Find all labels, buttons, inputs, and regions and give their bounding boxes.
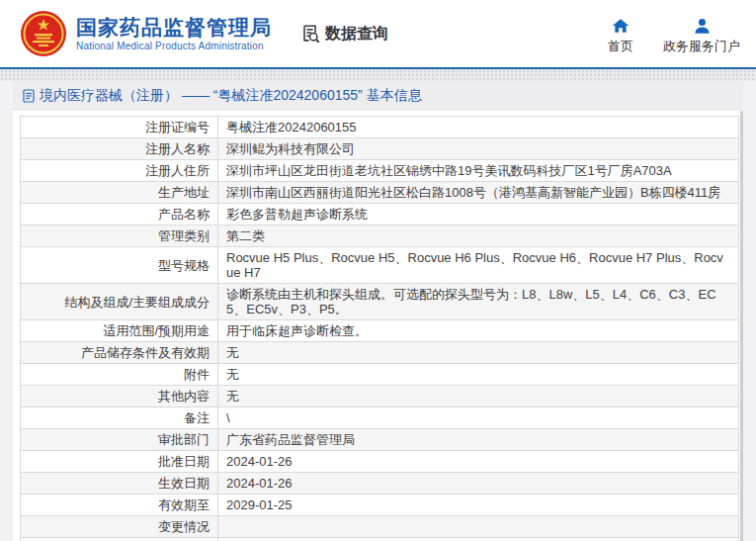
row-label: 注册人住所: [21, 160, 218, 182]
table-row: 注详情: [21, 538, 739, 541]
row-value: [218, 516, 739, 538]
table-row: 批准日期2024-01-26: [21, 451, 739, 473]
row-label: 注册人名称: [21, 138, 218, 160]
table-row: 生效日期2024-01-26: [21, 473, 739, 495]
row-value: 广东省药品监督管理局: [218, 429, 739, 451]
nav-gov-portal-label: 政务服务门户: [663, 38, 740, 55]
table-row: 其他内容无: [21, 386, 739, 407]
site-title: 国家药品监督管理局: [76, 16, 272, 40]
site-logo[interactable]: 国家药品监督管理局 National Medical Products Admi…: [20, 10, 272, 57]
table-row: 注册人住所深圳市坪山区龙田街道老坑社区锦绣中路19号美讯数码科技厂区1号厂房A7…: [21, 160, 739, 182]
row-label: 适用范围/预期用途: [21, 320, 218, 342]
document-search-icon: [299, 23, 321, 45]
row-label: 型号规格: [21, 247, 218, 284]
site-subtitle: National Medical Products Administration: [76, 40, 272, 52]
row-value: 诊断系统由主机和探头组成。可选配的探头型号为：L8、L8w、L5、L4、C6、C…: [218, 284, 739, 320]
row-label: 产品储存条件及有效期: [21, 342, 218, 364]
table-row: 结构及组成/主要组成成分诊断系统由主机和探头组成。可选配的探头型号为：L8、L8…: [21, 284, 739, 320]
page-title: 境内医疗器械（注册） —— “粤械注准20242060155” 基本信息: [40, 87, 422, 105]
row-value: 用于临床超声诊断检查。: [218, 320, 739, 342]
row-label: 批准日期: [21, 451, 218, 473]
home-icon: [612, 18, 630, 34]
row-value: 深圳市南山区西丽街道阳光社区松白路1008号（港鸿基高新智能产业园）B栋四楼41…: [218, 182, 739, 204]
panel-scrollbar[interactable]: [740, 111, 743, 541]
content-panel: 境内医疗器械（注册） —— “粤械注准20242060155” 基本信息 注册证…: [13, 81, 743, 541]
row-value: 2029-01-25: [218, 495, 739, 516]
row-label: 注: [21, 538, 218, 541]
table-row: 管理类别第二类: [21, 225, 739, 247]
row-label: 生产地址: [21, 182, 218, 204]
data-query-label: 数据查询: [325, 24, 388, 45]
row-label: 有效期至: [21, 495, 218, 516]
row-value: 第二类: [218, 225, 739, 247]
texture-band: [0, 69, 756, 81]
row-value: 粤械注准20242060155: [218, 117, 739, 138]
site-header: 国家药品监督管理局 National Medical Products Admi…: [0, 0, 756, 69]
row-label: 生效日期: [21, 473, 218, 495]
table-row: 产品储存条件及有效期无: [21, 342, 739, 364]
table-row: 附件无: [21, 364, 739, 386]
row-value: 详情: [218, 538, 739, 541]
row-label: 附件: [21, 364, 218, 386]
info-table: 注册证编号粤械注准20242060155注册人名称深圳鲲为科技有限公司注册人住所…: [20, 116, 739, 541]
table-row: 有效期至2029-01-25: [21, 495, 739, 516]
table-row: 产品名称彩色多普勒超声诊断系统: [21, 204, 739, 225]
table-row: 注册证编号粤械注准20242060155: [21, 117, 739, 138]
user-icon: [694, 18, 711, 34]
national-emblem-icon: [20, 10, 67, 57]
table-row: 审批部门广东省药品监督管理局: [21, 429, 739, 451]
table-row: 备注\: [21, 407, 739, 429]
table-row: 变更情况: [21, 516, 739, 538]
row-value: Rocvue H5 Plus、Rocvue H5、Rocvue H6 Plus、…: [218, 247, 739, 284]
row-label: 变更情况: [21, 516, 218, 538]
row-value: 2024-01-26: [218, 451, 739, 473]
nav-home[interactable]: 首页: [604, 18, 637, 55]
table-row: 适用范围/预期用途用于临床超声诊断检查。: [21, 320, 739, 342]
table-row: 生产地址深圳市南山区西丽街道阳光社区松白路1008号（港鸿基高新智能产业园）B栋…: [21, 182, 739, 204]
row-label: 产品名称: [21, 204, 218, 225]
row-value: 无: [218, 386, 739, 407]
row-value: 深圳市坪山区龙田街道老坑社区锦绣中路19号美讯数码科技厂区1号厂房A703A: [218, 160, 739, 182]
page-titlebar: 境内医疗器械（注册） —— “粤械注准20242060155” 基本信息: [13, 81, 743, 111]
row-value: 深圳鲲为科技有限公司: [218, 138, 739, 160]
row-value: \: [218, 407, 739, 429]
table-row: 型号规格Rocvue H5 Plus、Rocvue H5、Rocvue H6 P…: [21, 247, 739, 284]
row-label: 结构及组成/主要组成成分: [21, 284, 218, 320]
document-icon: [23, 89, 35, 103]
row-label: 备注: [21, 407, 218, 429]
row-value: 无: [218, 364, 739, 386]
row-value: 彩色多普勒超声诊断系统: [218, 204, 739, 225]
nav-gov-portal[interactable]: 政务服务门户: [663, 18, 740, 55]
info-table-body: 注册证编号粤械注准20242060155注册人名称深圳鲲为科技有限公司注册人住所…: [21, 117, 739, 541]
row-label: 管理类别: [21, 225, 218, 247]
row-value: 无: [218, 342, 739, 364]
row-value: 2024-01-26: [218, 473, 739, 495]
row-label: 其他内容: [21, 386, 218, 407]
row-label: 审批部门: [21, 429, 218, 451]
table-row: 注册人名称深圳鲲为科技有限公司: [21, 138, 739, 160]
row-label: 注册证编号: [21, 117, 218, 138]
header-nav: 首页 政务服务门户: [604, 18, 740, 55]
data-query-tab[interactable]: 数据查询: [299, 23, 388, 45]
nav-home-label: 首页: [608, 38, 633, 55]
